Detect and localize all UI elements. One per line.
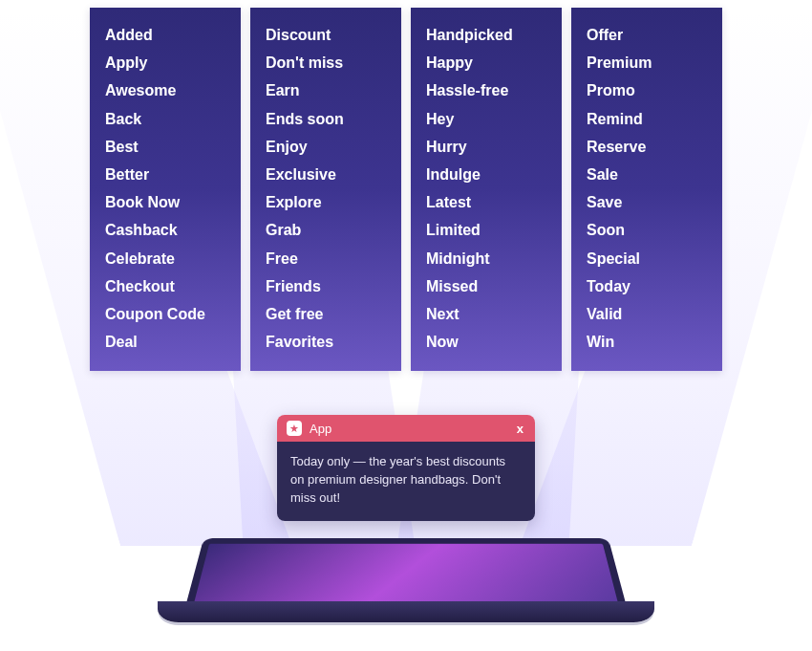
word-column-3: Handpicked Happy Hassle-free Hey Hurry I… [411,8,562,371]
word-item: Celebrate [105,245,225,272]
notification-body: Today only — the year's best discounts o… [277,442,535,521]
star-icon: ★ [287,421,302,436]
word-item: Discount [266,21,386,49]
close-icon[interactable]: x [515,422,525,436]
word-item: Exclusive [266,161,386,188]
laptop-illustration [158,517,654,641]
word-item: Remind [587,105,707,133]
word-item: Checkout [105,272,225,300]
laptop-base [158,601,654,622]
word-item: Handpicked [426,21,546,49]
word-item: Missed [426,272,546,300]
word-item: Coupon Code [105,300,225,328]
word-item: Today [587,272,707,300]
word-item: Best [105,133,225,161]
word-item: Grab [266,216,386,244]
word-item: Win [587,328,707,356]
word-item: Get free [266,300,386,328]
word-item: Apply [105,49,225,76]
word-item: Deal [105,328,225,356]
word-item: Soon [587,216,707,244]
word-item: Latest [426,188,546,216]
word-item: Next [426,300,546,328]
word-column-2: Discount Don't miss Earn Ends soon Enjoy… [250,8,401,371]
word-item: Cashback [105,216,225,244]
word-item: Premium [587,49,707,76]
word-item: Hurry [426,133,546,161]
word-item: Reserve [587,133,707,161]
word-item: Happy [426,49,546,76]
word-item: Friends [266,272,386,300]
word-item: Hey [426,105,546,133]
word-item: Earn [266,76,386,104]
word-item: Awesome [105,76,225,104]
word-columns: Added Apply Awesome Back Best Better Boo… [90,8,722,371]
word-item: Better [105,161,225,188]
word-item: Now [426,328,546,356]
word-item: Offer [587,21,707,49]
word-item: Special [587,245,707,272]
word-item: Free [266,245,386,272]
word-item: Midnight [426,245,546,272]
word-column-4: Offer Premium Promo Remind Reserve Sale … [571,8,722,371]
push-notification: ★ App x Today only — the year's best dis… [277,415,535,521]
word-item: Favorites [266,328,386,356]
word-item: Limited [426,216,546,244]
word-column-1: Added Apply Awesome Back Best Better Boo… [90,8,241,371]
notification-header: ★ App x [277,415,535,442]
word-item: Ends soon [266,105,386,133]
word-item: Hassle-free [426,76,546,104]
word-item: Explore [266,188,386,216]
infographic-stage: Added Apply Awesome Back Best Better Boo… [0,0,812,651]
word-item: Promo [587,76,707,104]
word-item: Back [105,105,225,133]
word-item: Book Now [105,188,225,216]
word-item: Save [587,188,707,216]
word-item: Enjoy [266,133,386,161]
word-item: Added [105,21,225,49]
word-item: Don't miss [266,49,386,76]
word-item: Sale [587,161,707,188]
word-item: Indulge [426,161,546,188]
word-item: Valid [587,300,707,328]
laptop-screen [186,538,626,603]
notification-app-label: App [310,422,331,436]
